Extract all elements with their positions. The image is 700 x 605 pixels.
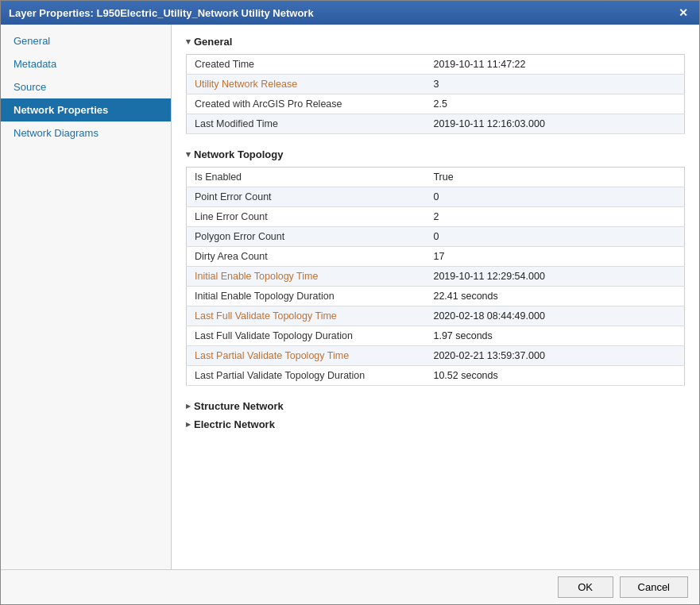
sidebar: GeneralMetadataSourceNetwork PropertiesN… [1,25,172,569]
collapsed-section-structure-network[interactable]: ▸Structure Network [186,400,685,412]
table-row: Created with ArcGIS Pro Release2.5 [187,94,685,114]
dialog: Layer Properties: L950Electric_Utility_N… [0,0,700,605]
table-row: Dirty Area Count17 [187,247,685,267]
table-row: Last Full Validate Topology Time2020-02-… [187,306,685,326]
row-label: Last Full Validate Topology Duration [187,326,426,346]
row-value: 2020-02-18 08:44:49.000 [425,306,684,326]
dialog-body: GeneralMetadataSourceNetwork PropertiesN… [1,25,699,569]
main-content: ▾GeneralCreated Time2019-10-11 11:47:22U… [172,25,699,569]
sidebar-item-network-properties[interactable]: Network Properties [1,98,171,121]
row-value: 0 [425,187,684,207]
row-value: 2020-02-21 13:59:37.000 [425,346,684,366]
row-value: 1.97 seconds [425,326,684,346]
row-label: Initial Enable Topology Duration [187,287,426,306]
ok-button[interactable]: OK [558,576,613,598]
row-label: Polygon Error Count [187,227,426,247]
table-row: Utility Network Release3 [187,75,685,94]
table-row: Initial Enable Topology Duration22.41 se… [187,287,685,306]
table-row: Line Error Count2 [187,207,685,227]
cancel-button[interactable]: Cancel [620,576,688,598]
table-row: Initial Enable Topology Time2019-10-11 1… [187,267,685,287]
table-row: Last Full Validate Topology Duration1.97… [187,326,685,346]
row-label: Point Error Count [187,187,426,207]
dialog-title: Layer Properties: L950Electric_Utility_N… [9,7,314,19]
row-value: 2.5 [425,94,684,114]
row-label: Last Partial Validate Topology Duration [187,366,426,386]
table-row: Last Partial Validate Topology Time2020-… [187,346,685,366]
collapsed-section-electric-network[interactable]: ▸Electric Network [186,418,685,430]
row-value: 2019-10-11 12:16:03.000 [425,114,684,134]
sidebar-item-network-diagrams[interactable]: Network Diagrams [1,121,171,145]
dialog-footer: OK Cancel [1,569,699,604]
table-row: Is EnabledTrue [187,168,685,187]
row-value: 3 [425,75,684,94]
row-value: True [425,168,684,187]
row-value: 22.41 seconds [425,287,684,306]
row-label: Created with ArcGIS Pro Release [187,94,426,114]
title-bar: Layer Properties: L950Electric_Utility_N… [1,1,699,25]
section-title-network-topology: Network Topology [194,148,283,160]
section-header-general[interactable]: ▾General [186,36,685,48]
row-value: 2019-10-11 11:47:22 [425,55,684,75]
sidebar-item-metadata[interactable]: Metadata [1,52,171,75]
row-label: Is Enabled [187,168,426,187]
table-row: Polygon Error Count0 [187,227,685,247]
row-label: Initial Enable Topology Time [187,267,426,287]
row-value: 17 [425,247,684,267]
row-label: Line Error Count [187,207,426,227]
chevron-electric-network: ▸ [186,419,191,430]
row-value: 10.52 seconds [425,366,684,386]
row-value: 2 [425,207,684,227]
chevron-network-topology: ▾ [186,149,191,160]
section-header-network-topology[interactable]: ▾Network Topology [186,148,685,160]
row-label: Last Partial Validate Topology Time [187,346,426,366]
section-title-general: General [194,36,232,48]
row-value: 2019-10-11 12:29:54.000 [425,267,684,287]
row-label: Dirty Area Count [187,247,426,267]
collapsed-section-label-structure-network: Structure Network [194,400,284,412]
row-label: Last Modified Time [187,114,426,134]
table-row: Point Error Count0 [187,187,685,207]
chevron-structure-network: ▸ [186,401,191,411]
close-button[interactable]: ✕ [675,6,691,20]
table-row: Last Partial Validate Topology Duration1… [187,366,685,386]
row-label: Utility Network Release [187,75,426,94]
collapsed-section-label-electric-network: Electric Network [194,418,275,430]
table-row: Created Time2019-10-11 11:47:22 [187,55,685,75]
props-table-network-topology: Is EnabledTruePoint Error Count0Line Err… [186,167,685,386]
table-row: Last Modified Time2019-10-11 12:16:03.00… [187,114,685,134]
sidebar-item-source[interactable]: Source [1,75,171,98]
row-value: 0 [425,227,684,247]
row-label: Created Time [187,55,426,75]
row-label: Last Full Validate Topology Time [187,306,426,326]
chevron-general: ▾ [186,37,191,47]
props-table-general: Created Time2019-10-11 11:47:22Utility N… [186,54,685,134]
sidebar-item-general[interactable]: General [1,29,171,52]
